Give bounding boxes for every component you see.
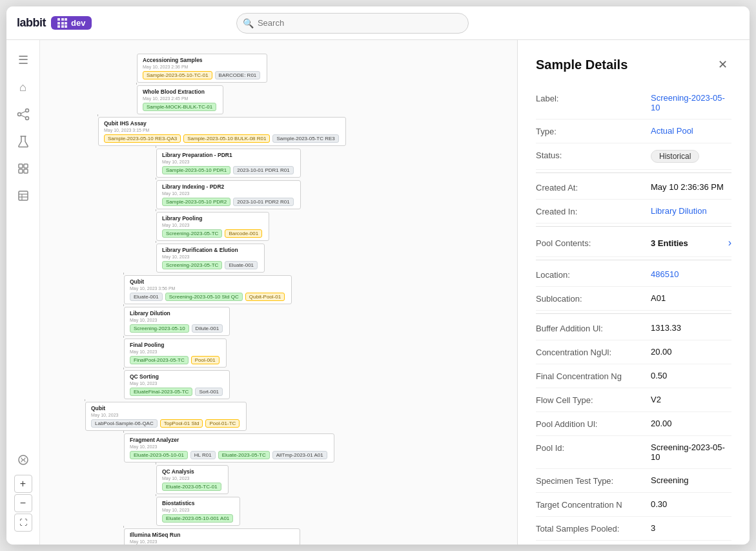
wf-step-10[interactable]: QC SortingMay 10, 2023EluateFinal-2023-0… bbox=[124, 369, 517, 399]
location-link[interactable]: 486510 bbox=[651, 269, 679, 279]
step-block[interactable]: QC SortingMay 10, 2023EluateFinal-2023-0… bbox=[124, 370, 230, 399]
step-name: QC Analysis bbox=[162, 468, 223, 475]
canvas-area[interactable]: Accessioning SamplesMay 10, 2023 2:36 PM… bbox=[40, 40, 517, 545]
chip: LabPool-Sample-06-QAC bbox=[91, 419, 158, 428]
step-block[interactable]: QubitMay 10, 2023 3:56 PMEluate-001Scree… bbox=[124, 275, 292, 304]
step-block[interactable]: Whole Blood ExtractionMay 10, 2023 2:45 … bbox=[137, 85, 223, 114]
created-at-row: Created At: May 10 2:36:36 PM bbox=[536, 176, 731, 200]
svg-point-1 bbox=[25, 109, 28, 112]
step-chips: Sample-2023-05-10-TC-01BARCODE: R01 bbox=[143, 71, 261, 79]
flow-cell-value: V2 bbox=[651, 395, 731, 404]
wf-step-1[interactable]: Whole Blood ExtractionMay 10, 2023 2:45 … bbox=[137, 85, 517, 114]
zoom-fit-button[interactable]: ⛶ bbox=[14, 514, 32, 532]
label-value-link[interactable]: Screening-2023-05-10 bbox=[651, 93, 731, 112]
wf-step-2[interactable]: Qubit IHS AssayMay 10, 2023 3:15 PMSampl… bbox=[98, 116, 517, 146]
created-in-link[interactable]: Library Dilution bbox=[651, 206, 707, 216]
step-block[interactable]: Illumina MiSeq RunMay 10, 20232023-10-01… bbox=[124, 528, 300, 545]
svg-rect-8 bbox=[19, 169, 23, 173]
step-block[interactable]: Library Preparation - PDR1May 10, 2023Sa… bbox=[156, 149, 301, 178]
chip: Pool-001 bbox=[191, 356, 220, 364]
status-field: Status: bbox=[536, 150, 646, 160]
panel-header: Sample Details ✕ bbox=[536, 56, 731, 74]
wf-step-13[interactable]: QC AnalysisMay 10, 2023Eluate-2023-05-TC… bbox=[156, 464, 517, 494]
step-block[interactable]: Library PoolingMay 10, 2023Screening-202… bbox=[156, 212, 269, 241]
wf-step-5[interactable]: Library PoolingMay 10, 2023Screening-202… bbox=[156, 211, 517, 241]
concentration-row: Concentration NgUl: 20.00 bbox=[536, 340, 731, 364]
sublocation-row: Sublocation: A01 bbox=[536, 287, 731, 311]
panel-close-button[interactable]: ✕ bbox=[713, 56, 731, 74]
sidebar-item-lab[interactable] bbox=[11, 129, 36, 154]
chip: 2023-10-01 PDR1 R01 bbox=[233, 166, 293, 174]
search-icon: 🔍 bbox=[243, 18, 254, 28]
pool-contents-field: Pool Contents: bbox=[536, 238, 646, 248]
wf-step-7[interactable]: QubitMay 10, 2023 3:56 PMEluate-001Scree… bbox=[124, 275, 517, 304]
final-concentration-value: 0.50 bbox=[651, 371, 731, 380]
step-name: Accessioning Samples bbox=[143, 57, 261, 63]
sublocation-field: Sublocation: bbox=[536, 293, 646, 304]
search-input[interactable] bbox=[236, 13, 469, 34]
created-at-field: Created At: bbox=[536, 182, 646, 192]
step-block[interactable]: Library Indexing - PDR2May 10, 2023Sampl… bbox=[156, 180, 301, 209]
step-date: May 10, 2023 bbox=[130, 318, 224, 322]
divider-2 bbox=[536, 226, 731, 227]
wf-step-14[interactable]: BiostatisticsMay 10, 2023Eluate-2023-05-… bbox=[156, 496, 517, 526]
sidebar-item-grid[interactable] bbox=[11, 156, 36, 181]
flow-cell-field: Flow Cell Type: bbox=[536, 395, 646, 405]
zoom-in-button[interactable]: + bbox=[14, 475, 32, 493]
chip: Pool-01-TC bbox=[205, 419, 240, 428]
sidebar-item-graph[interactable] bbox=[11, 102, 36, 127]
wf-step-11[interactable]: QubitMay 10, 2023LabPool-Sample-06-QACTo… bbox=[85, 401, 517, 431]
pool-id-row: Pool Id: Screening-2023-05-10 bbox=[536, 436, 731, 469]
step-block[interactable]: Final PoolingMay 10, 2023FinalPool-2023-… bbox=[124, 338, 227, 368]
step-block[interactable]: BiostatisticsMay 10, 2023Eluate-2023-05-… bbox=[156, 497, 240, 526]
step-block[interactable]: Library Purification & ElutionMay 10, 20… bbox=[156, 244, 265, 273]
specimen-test-field: Specimen Test Type: bbox=[536, 475, 646, 486]
pool-contents-row[interactable]: Pool Contents: 3 Entities › bbox=[536, 229, 731, 257]
wf-step-8[interactable]: Library DilutionMay 10, 2023Screening-20… bbox=[124, 306, 517, 336]
logo-area: labbit dev bbox=[17, 16, 92, 30]
zoom-out-button[interactable]: − bbox=[14, 494, 32, 512]
sidebar-item-bioinfo[interactable] bbox=[11, 448, 36, 472]
wf-step-4[interactable]: Library Indexing - PDR2May 10, 2023Sampl… bbox=[156, 180, 517, 209]
step-name: Qubit bbox=[91, 405, 241, 411]
total-samples-row: Total Samples Pooled: 3 bbox=[536, 517, 731, 541]
chip: Sample-2023-05-10 RE3-QA3 bbox=[104, 134, 181, 143]
chip: FinalPool-2023-05-TC bbox=[130, 356, 189, 364]
svg-line-3 bbox=[21, 111, 26, 114]
sidebar-item-menu[interactable]: ☰ bbox=[11, 48, 36, 72]
target-concentration-value: 0.30 bbox=[651, 499, 731, 509]
wf-step-9[interactable]: Final PoolingMay 10, 2023FinalPool-2023-… bbox=[124, 338, 517, 368]
step-block[interactable]: QubitMay 10, 2023LabPool-Sample-06-QACTo… bbox=[85, 402, 247, 431]
divider-4 bbox=[536, 313, 731, 314]
chip: TopPool-01 Std bbox=[160, 419, 203, 428]
step-block[interactable]: Fragment AnalyzerMay 10, 2023Eluate-2023… bbox=[124, 433, 334, 463]
flow-cell-row: Flow Cell Type: V2 bbox=[536, 388, 731, 412]
type-value-link[interactable]: Actual Pool bbox=[651, 126, 693, 136]
location-row: Location: 486510 bbox=[536, 263, 731, 287]
total-samples-value: 3 bbox=[651, 523, 731, 533]
step-block[interactable]: Library DilutionMay 10, 2023Screening-20… bbox=[124, 307, 230, 336]
wf-step-15[interactable]: Illumina MiSeq RunMay 10, 20232023-10-01… bbox=[124, 528, 517, 545]
wf-step-3[interactable]: Library Preparation - PDR1May 10, 2023Sa… bbox=[156, 148, 517, 178]
step-chips: Screening-2023-05-10Dilute-001 bbox=[130, 324, 224, 333]
logo-text: labbit bbox=[17, 16, 46, 30]
buffer-addition-row: Buffer Addition Ul: 1313.33 bbox=[536, 317, 731, 340]
chip: AllTmp-2023-01 A01 bbox=[272, 451, 327, 459]
wf-step-0[interactable]: Accessioning SamplesMay 10, 2023 2:36 PM… bbox=[137, 53, 517, 83]
wf-step-12[interactable]: Fragment AnalyzerMay 10, 2023Eluate-2023… bbox=[124, 433, 517, 463]
step-chips: Eluate-2023-05-10-01HL R01Eluate-2023-05… bbox=[130, 451, 329, 459]
sidebar-item-home[interactable]: ⌂ bbox=[11, 75, 36, 99]
step-block[interactable]: Accessioning SamplesMay 10, 2023 2:36 PM… bbox=[137, 54, 267, 83]
step-chips: Sample-2023-05-10 PDR12023-10-01 PDR1 R0… bbox=[162, 166, 295, 174]
specimen-test-row: Specimen Test Type: Screening bbox=[536, 469, 731, 493]
chip: Screening-2023-05-TC bbox=[162, 261, 222, 269]
wf-step-6[interactable]: Library Purification & ElutionMay 10, 20… bbox=[156, 243, 517, 273]
step-block[interactable]: QC AnalysisMay 10, 2023Eluate-2023-05-TC… bbox=[156, 465, 229, 494]
pool-addition-value: 20.00 bbox=[651, 419, 731, 428]
step-name: Fragment Analyzer bbox=[130, 437, 329, 443]
step-block[interactable]: Qubit IHS AssayMay 10, 2023 3:15 PMSampl… bbox=[98, 117, 346, 146]
chip: Sample-MOCK-BULK-TC-01 bbox=[143, 103, 216, 111]
sidebar-item-table[interactable] bbox=[11, 183, 36, 208]
pool-contents-chevron[interactable]: › bbox=[728, 237, 731, 249]
concentration-field: Concentration NgUl: bbox=[536, 347, 646, 357]
